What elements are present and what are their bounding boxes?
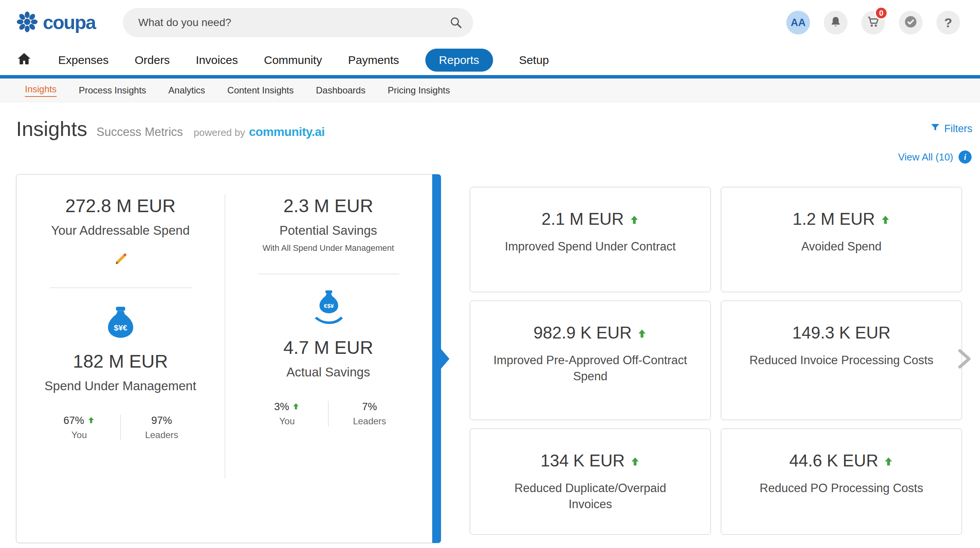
- info-icon[interactable]: i: [959, 150, 972, 164]
- metric-card-improved-spend-under-contract[interactable]: 2.1 M EUR Improved Spend Under Contract: [470, 187, 711, 292]
- addressable-spend-panel: 272.8 M EUR Your Addressable Spend: [16, 175, 224, 543]
- page-title: Insights: [16, 117, 87, 141]
- actual-savings-value: 4.7 M EUR: [224, 337, 432, 358]
- metric-value: 2.1 M EUR: [541, 209, 624, 229]
- potential-savings-label: Potential Savings: [224, 223, 432, 238]
- trend-up-icon: [292, 401, 300, 413]
- search-icon[interactable]: [449, 16, 462, 31]
- leaders-label: Leaders: [328, 416, 411, 427]
- view-all-link[interactable]: View All (10): [898, 151, 953, 163]
- check-circle-icon: [903, 14, 918, 31]
- money-bag-hand-icon: €$¥: [224, 290, 432, 328]
- subnav-analytics[interactable]: Analytics: [168, 85, 205, 96]
- leaders-value: 97%: [151, 415, 172, 427]
- you-label: You: [38, 430, 121, 440]
- notifications-button[interactable]: [824, 11, 848, 34]
- spend-under-mgmt-value: 182 M EUR: [16, 351, 224, 372]
- nav-invoices[interactable]: Invoices: [196, 54, 238, 67]
- metric-value: 44.6 K EUR: [789, 451, 878, 470]
- you-stat: 67% You: [38, 415, 121, 440]
- home-icon: [16, 51, 32, 70]
- search-bar: [123, 8, 473, 37]
- benchmark-stats: 67% You 97% Leaders: [38, 415, 203, 440]
- addressable-spend-value: 272.8 M EUR: [16, 195, 224, 216]
- potential-savings-value: 2.3 M EUR: [224, 195, 432, 216]
- cart-button[interactable]: 0: [861, 11, 885, 34]
- addressable-spend-label: Your Addressable Spend: [16, 223, 224, 238]
- metric-card-reduced-invoice-processing-costs[interactable]: 149.3 K EUR Reduced Invoice Processing C…: [721, 301, 962, 420]
- metric-label: Improved Spend Under Contract: [470, 239, 710, 255]
- page-header: Insights Success Metrics powered by comm…: [0, 102, 980, 141]
- tasks-button[interactable]: [899, 11, 923, 34]
- top-icon-cluster: AA 0: [786, 11, 960, 34]
- subnav-content-insights[interactable]: Content Insights: [227, 85, 294, 96]
- avatar-initials: AA: [791, 17, 806, 29]
- filters-label: Filters: [944, 123, 973, 135]
- trend-up-icon: [637, 323, 647, 342]
- metric-card-reduced-po-processing-costs[interactable]: 44.6 K EUR Reduced PO Processing Costs: [721, 429, 962, 535]
- insights-content: 272.8 M EUR Your Addressable Spend: [0, 174, 980, 543]
- view-all-row: View All (10) i: [0, 141, 980, 164]
- search-input[interactable]: [123, 8, 473, 37]
- svg-text:€$¥: €$¥: [324, 303, 334, 309]
- you-stat: 3% You: [246, 401, 328, 427]
- edit-icon[interactable]: [113, 252, 128, 268]
- reports-subnav: Insights Process Insights Analytics Cont…: [0, 79, 980, 102]
- metric-card-improved-pre-approved-off-contract-spend[interactable]: 982.9 K EUR Improved Pre-Approved Off-Co…: [470, 301, 711, 420]
- potential-savings-sublabel: With All Spend Under Management: [224, 243, 432, 253]
- divider: [258, 274, 399, 274]
- you-label: You: [246, 416, 328, 427]
- leaders-value: 7%: [362, 401, 377, 413]
- leaders-stat: 7% Leaders: [328, 401, 411, 427]
- you-value: 3%: [274, 401, 289, 413]
- nav-expenses[interactable]: Expenses: [58, 54, 109, 67]
- subnav-dashboards[interactable]: Dashboards: [316, 85, 365, 96]
- metric-value: 149.3 K EUR: [792, 323, 891, 342]
- filter-funnel-icon: [930, 122, 941, 136]
- spend-under-mgmt-label: Spend Under Management: [16, 379, 224, 393]
- nav-home[interactable]: [16, 51, 32, 70]
- leaders-stat: 97% Leaders: [120, 415, 203, 440]
- nav-setup[interactable]: Setup: [519, 54, 549, 67]
- trend-up-icon: [630, 451, 640, 470]
- subnav-process-insights[interactable]: Process Insights: [79, 85, 146, 96]
- powered-by-text: powered by: [194, 127, 245, 139]
- nav-community[interactable]: Community: [264, 54, 322, 67]
- nav-orders[interactable]: Orders: [135, 54, 170, 67]
- subnav-pricing-insights[interactable]: Pricing Insights: [388, 85, 450, 96]
- money-bag-icon: $¥€: [16, 303, 224, 342]
- divider: [50, 288, 191, 288]
- metric-label: Reduced Invoice Processing Costs: [721, 352, 962, 368]
- benchmark-stats: 3% You 7% Leaders: [246, 401, 411, 427]
- metric-label: Reduced Duplicate/Overpaid Invoices: [470, 480, 710, 512]
- coupa-logo[interactable]: coupa: [15, 10, 95, 35]
- help-button[interactable]: ?: [936, 11, 960, 34]
- metric-value: 134 K EUR: [541, 451, 625, 470]
- avatar[interactable]: AA: [786, 11, 810, 34]
- chevron-right-icon: [952, 366, 976, 372]
- metrics-grid: 2.1 M EUR Improved Spend Under Contract …: [470, 187, 962, 535]
- nav-payments[interactable]: Payments: [348, 54, 399, 67]
- expander-arrow-icon: [440, 348, 449, 370]
- metric-card-avoided-spend[interactable]: 1.2 M EUR Avoided Spend: [721, 187, 962, 292]
- actual-savings-label: Actual Savings: [224, 365, 432, 380]
- metric-value: 1.2 M EUR: [792, 209, 875, 229]
- coupa-logo-text: coupa: [43, 13, 95, 32]
- community-ai-logo: community.ai: [249, 125, 325, 139]
- main-nav: Expenses Orders Invoices Community Payme…: [0, 45, 980, 75]
- summary-card-expander[interactable]: [432, 174, 441, 543]
- carousel-next-button[interactable]: [952, 347, 976, 372]
- page-subtitle: Success Metrics: [96, 125, 183, 139]
- savings-panel: 2.3 M EUR Potential Savings With All Spe…: [224, 175, 432, 543]
- filters-button[interactable]: Filters: [930, 122, 973, 136]
- metric-card-reduced-duplicate-overpaid-invoices[interactable]: 134 K EUR Reduced Duplicate/Overpaid Inv…: [470, 429, 711, 535]
- metric-value: 982.9 K EUR: [534, 323, 632, 342]
- cart-badge: 0: [874, 6, 888, 20]
- nav-reports[interactable]: Reports: [425, 49, 493, 72]
- metric-label: Improved Pre-Approved Off-Contract Spend: [470, 352, 710, 384]
- subnav-insights[interactable]: Insights: [25, 84, 57, 97]
- metric-label: Avoided Spend: [721, 239, 962, 255]
- coupa-flower-icon: [15, 10, 39, 35]
- trend-up-icon: [880, 209, 890, 229]
- question-mark-icon: ?: [944, 15, 952, 30]
